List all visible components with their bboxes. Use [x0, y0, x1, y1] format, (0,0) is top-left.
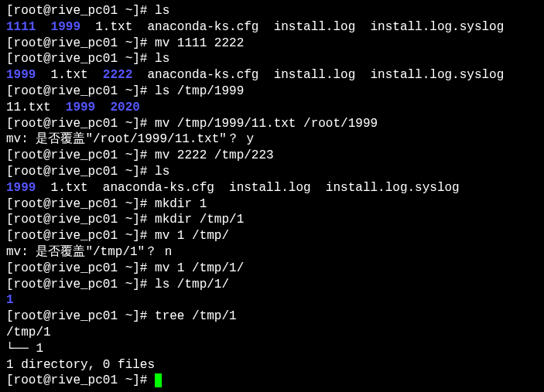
terminal-output: 1999 1.txt 2222 anaconda-ks.cfg install.…: [6, 67, 538, 84]
command: ls /tmp/1999: [155, 84, 244, 98]
terminal-line: [root@rive_pc01 ~]# ls: [6, 3, 538, 19]
directory-name: 2222: [103, 68, 132, 82]
terminal-output: 1111 1999 1.txt anaconda-ks.cfg install.…: [6, 19, 538, 36]
terminal-line: [root@rive_pc01 ~]# ls /tmp/1999: [6, 84, 538, 100]
directory-name: 1999: [66, 101, 95, 114]
terminal-output: mv: 是否覆盖"/tmp/1"？ n: [6, 244, 538, 261]
file-name: [95, 101, 110, 114]
prompt: [root@rive_pc01 ~]#: [6, 4, 155, 18]
prompt: [root@rive_pc01 ~]#: [6, 148, 155, 162]
tree-branch: └── 1: [6, 341, 538, 357]
prompt: [root@rive_pc01 ~]#: [6, 117, 155, 131]
command: mv /tmp/1999/11.txt /root/1999: [155, 117, 378, 131]
prompt: [root@rive_pc01 ~]#: [6, 52, 155, 66]
file-name: anaconda-ks.cfg install.log install.log.…: [132, 68, 504, 82]
command: mv 1 /tmp/1/: [155, 261, 244, 275]
terminal-line[interactable]: [root@rive_pc01 ~]#: [6, 373, 538, 389]
command: mv 1111 2222: [155, 36, 244, 50]
prompt: [root@rive_pc01 ~]#: [6, 229, 155, 243]
terminal-line: [root@rive_pc01 ~]# mv 1 /tmp/: [6, 228, 538, 244]
terminal-line: [root@rive_pc01 ~]# mkdir /tmp/1: [6, 212, 538, 228]
command: mkdir /tmp/1: [155, 213, 244, 227]
prompt: [root@rive_pc01 ~]#: [6, 165, 155, 179]
file-name: 1.txt anaconda-ks.cfg install.log instal…: [36, 181, 459, 195]
terminal-output: 1: [6, 292, 538, 308]
prompt: [root@rive_pc01 ~]#: [6, 84, 155, 98]
directory-name: 1999: [6, 68, 36, 82]
prompt: [root@rive_pc01 ~]#: [6, 36, 155, 50]
directory-name: 1111: [6, 20, 36, 34]
file-name: 11.txt: [6, 101, 66, 114]
terminal-line: [root@rive_pc01 ~]# mv 1 /tmp/1/: [6, 261, 538, 277]
cursor: [155, 373, 162, 387]
command: ls /tmp/1/: [155, 278, 229, 291]
terminal-line: [root@rive_pc01 ~]# ls: [6, 51, 538, 67]
directory-name: 1999: [51, 20, 80, 34]
prompt: [root@rive_pc01 ~]#: [6, 197, 155, 211]
prompt: [root@rive_pc01 ~]#: [6, 309, 155, 323]
terminal-line: [root@rive_pc01 ~]# tree /tmp/1: [6, 308, 538, 325]
terminal-line: [root@rive_pc01 ~]# mv 2222 /tmp/223: [6, 148, 538, 164]
file-name: [36, 20, 50, 34]
prompt: [root@rive_pc01 ~]#: [6, 213, 155, 227]
prompt: [root@rive_pc01 ~]#: [6, 261, 155, 275]
command: mv 1 /tmp/: [155, 229, 229, 243]
command: mkdir 1: [155, 197, 207, 211]
terminal-line: [root@rive_pc01 ~]# mkdir 1: [6, 196, 538, 213]
command: mv 2222 /tmp/223: [155, 148, 274, 162]
directory-name: 2020: [110, 101, 139, 114]
terminal-line: [root@rive_pc01 ~]# ls /tmp/1/: [6, 277, 538, 293]
command: ls: [155, 4, 169, 18]
terminal-line: [root@rive_pc01 ~]# ls: [6, 164, 538, 180]
directory-name: 1999: [6, 181, 36, 195]
command: tree /tmp/1: [155, 309, 237, 323]
terminal-output: mv: 是否覆盖"/root/1999/11.txt"？ y: [6, 131, 538, 148]
file-name: 1.txt anaconda-ks.cfg install.log instal…: [80, 20, 504, 34]
prompt: [root@rive_pc01 ~]#: [6, 373, 155, 387]
directory-name: 1: [6, 293, 14, 307]
command: ls: [155, 165, 169, 179]
file-name: 1.txt: [36, 68, 102, 82]
terminal-output: /tmp/1: [6, 325, 538, 341]
terminal-output: 1 directory, 0 files: [6, 357, 538, 373]
prompt: [root@rive_pc01 ~]#: [6, 278, 155, 291]
command: ls: [155, 52, 169, 66]
terminal-output: 1999 1.txt anaconda-ks.cfg install.log i…: [6, 180, 538, 196]
terminal-line: [root@rive_pc01 ~]# mv /tmp/1999/11.txt …: [6, 116, 538, 132]
terminal-line: [root@rive_pc01 ~]# mv 1111 2222: [6, 36, 538, 52]
terminal-output: 11.txt 1999 2020: [6, 100, 538, 116]
